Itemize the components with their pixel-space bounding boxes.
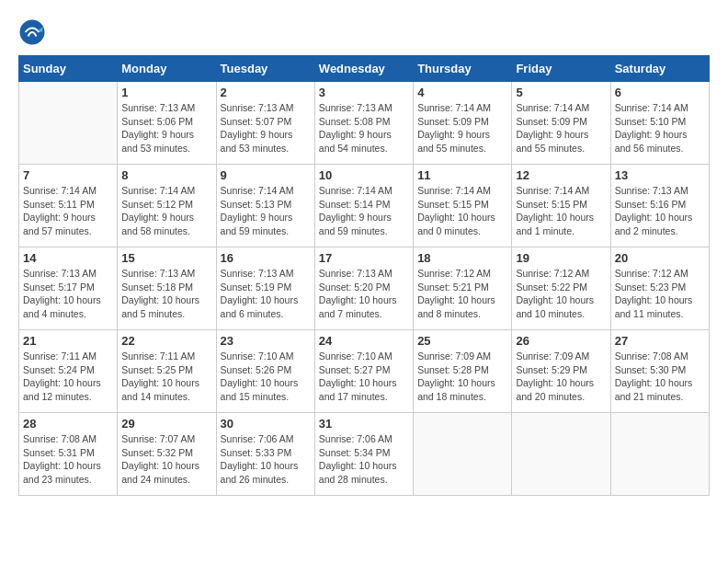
day-number: 4 — [417, 86, 507, 99]
weekday-header-saturday: Saturday — [610, 56, 709, 82]
day-number: 17 — [319, 251, 409, 265]
day-number: 11 — [417, 168, 507, 182]
day-info: Sunrise: 7:08 AM Sunset: 5:31 PM Dayligh… — [23, 432, 113, 487]
day-number: 23 — [221, 334, 311, 348]
week-row-2: 7Sunrise: 7:14 AM Sunset: 5:11 PM Daylig… — [19, 165, 710, 247]
day-info: Sunrise: 7:11 AM Sunset: 5:24 PM Dayligh… — [23, 350, 113, 404]
day-info: Sunrise: 7:13 AM Sunset: 5:18 PM Dayligh… — [121, 267, 211, 321]
weekday-header-row: SundayMondayTuesdayWednesdayThursdayFrid… — [19, 56, 710, 82]
day-info: Sunrise: 7:09 AM Sunset: 5:28 PM Dayligh… — [417, 350, 507, 404]
day-number: 26 — [516, 334, 606, 348]
day-number: 25 — [417, 334, 507, 348]
day-cell-2: 2Sunrise: 7:13 AM Sunset: 5:07 PM Daylig… — [216, 82, 314, 165]
day-cell-30: 30Sunrise: 7:06 AM Sunset: 5:33 PM Dayli… — [216, 413, 314, 496]
day-info: Sunrise: 7:13 AM Sunset: 5:07 PM Dayligh… — [221, 101, 311, 155]
day-number: 20 — [615, 251, 705, 265]
day-cell-27: 27Sunrise: 7:08 AM Sunset: 5:30 PM Dayli… — [610, 330, 709, 413]
day-number: 10 — [319, 168, 409, 182]
day-info: Sunrise: 7:14 AM Sunset: 5:15 PM Dayligh… — [417, 184, 507, 238]
day-number: 15 — [121, 251, 211, 265]
day-number: 1 — [121, 86, 211, 99]
day-cell-1: 1Sunrise: 7:13 AM Sunset: 5:06 PM Daylig… — [118, 82, 216, 165]
day-number: 21 — [23, 334, 113, 348]
day-info: Sunrise: 7:09 AM Sunset: 5:29 PM Dayligh… — [516, 350, 606, 404]
day-cell-29: 29Sunrise: 7:07 AM Sunset: 5:32 PM Dayli… — [118, 413, 216, 496]
day-cell-23: 23Sunrise: 7:10 AM Sunset: 5:26 PM Dayli… — [216, 330, 314, 413]
day-info: Sunrise: 7:14 AM Sunset: 5:11 PM Dayligh… — [23, 184, 113, 238]
calendar-table: SundayMondayTuesdayWednesdayThursdayFrid… — [18, 55, 710, 496]
day-info: Sunrise: 7:13 AM Sunset: 5:19 PM Dayligh… — [221, 267, 311, 321]
day-info: Sunrise: 7:11 AM Sunset: 5:25 PM Dayligh… — [121, 350, 211, 404]
day-info: Sunrise: 7:13 AM Sunset: 5:17 PM Dayligh… — [23, 267, 113, 321]
weekday-header-wednesday: Wednesday — [314, 56, 413, 82]
logo — [18, 18, 50, 46]
day-number: 29 — [121, 417, 211, 431]
day-cell-8: 8Sunrise: 7:14 AM Sunset: 5:12 PM Daylig… — [118, 165, 216, 247]
day-info: Sunrise: 7:13 AM Sunset: 5:16 PM Dayligh… — [615, 184, 705, 238]
day-number: 13 — [615, 168, 705, 182]
day-cell-16: 16Sunrise: 7:13 AM Sunset: 5:19 PM Dayli… — [216, 247, 314, 330]
day-info: Sunrise: 7:14 AM Sunset: 5:15 PM Dayligh… — [516, 184, 606, 238]
day-info: Sunrise: 7:13 AM Sunset: 5:06 PM Dayligh… — [121, 101, 211, 155]
day-info: Sunrise: 7:07 AM Sunset: 5:32 PM Dayligh… — [121, 432, 211, 487]
weekday-header-thursday: Thursday — [414, 56, 512, 82]
day-cell-13: 13Sunrise: 7:13 AM Sunset: 5:16 PM Dayli… — [610, 165, 709, 247]
day-number: 31 — [319, 417, 409, 431]
day-cell-28: 28Sunrise: 7:08 AM Sunset: 5:31 PM Dayli… — [19, 413, 118, 496]
weekday-header-monday: Monday — [118, 56, 216, 82]
day-info: Sunrise: 7:06 AM Sunset: 5:34 PM Dayligh… — [319, 432, 409, 487]
day-info: Sunrise: 7:14 AM Sunset: 5:13 PM Dayligh… — [221, 184, 311, 238]
day-number: 16 — [221, 251, 311, 265]
empty-cell — [414, 413, 512, 496]
week-row-5: 28Sunrise: 7:08 AM Sunset: 5:31 PM Dayli… — [19, 413, 710, 496]
day-cell-4: 4Sunrise: 7:14 AM Sunset: 5:09 PM Daylig… — [414, 82, 512, 165]
day-number: 18 — [417, 251, 507, 265]
day-number: 30 — [221, 417, 311, 431]
day-number: 22 — [121, 334, 211, 348]
day-cell-11: 11Sunrise: 7:14 AM Sunset: 5:15 PM Dayli… — [414, 165, 512, 247]
day-cell-9: 9Sunrise: 7:14 AM Sunset: 5:13 PM Daylig… — [216, 165, 314, 247]
day-number: 27 — [615, 334, 705, 348]
week-row-1: 1Sunrise: 7:13 AM Sunset: 5:06 PM Daylig… — [19, 82, 710, 165]
day-info: Sunrise: 7:14 AM Sunset: 5:09 PM Dayligh… — [417, 101, 507, 155]
day-number: 14 — [23, 251, 113, 265]
day-cell-10: 10Sunrise: 7:14 AM Sunset: 5:14 PM Dayli… — [314, 165, 413, 247]
day-info: Sunrise: 7:14 AM Sunset: 5:12 PM Dayligh… — [121, 184, 211, 238]
day-cell-7: 7Sunrise: 7:14 AM Sunset: 5:11 PM Daylig… — [19, 165, 118, 247]
day-info: Sunrise: 7:14 AM Sunset: 5:14 PM Dayligh… — [319, 184, 409, 238]
day-number: 5 — [516, 86, 606, 99]
day-cell-3: 3Sunrise: 7:13 AM Sunset: 5:08 PM Daylig… — [314, 82, 413, 165]
weekday-header-friday: Friday — [512, 56, 610, 82]
day-number: 2 — [221, 86, 311, 99]
day-info: Sunrise: 7:13 AM Sunset: 5:20 PM Dayligh… — [319, 267, 409, 321]
day-number: 28 — [23, 417, 113, 431]
day-info: Sunrise: 7:13 AM Sunset: 5:08 PM Dayligh… — [319, 101, 409, 155]
weekday-header-sunday: Sunday — [19, 56, 118, 82]
empty-cell — [19, 82, 118, 165]
header — [18, 18, 710, 46]
day-cell-19: 19Sunrise: 7:12 AM Sunset: 5:22 PM Dayli… — [512, 247, 610, 330]
day-cell-26: 26Sunrise: 7:09 AM Sunset: 5:29 PM Dayli… — [512, 330, 610, 413]
week-row-4: 21Sunrise: 7:11 AM Sunset: 5:24 PM Dayli… — [19, 330, 710, 413]
day-cell-12: 12Sunrise: 7:14 AM Sunset: 5:15 PM Dayli… — [512, 165, 610, 247]
day-cell-15: 15Sunrise: 7:13 AM Sunset: 5:18 PM Dayli… — [118, 247, 216, 330]
day-info: Sunrise: 7:10 AM Sunset: 5:26 PM Dayligh… — [221, 350, 311, 404]
day-cell-5: 5Sunrise: 7:14 AM Sunset: 5:09 PM Daylig… — [512, 82, 610, 165]
weekday-header-tuesday: Tuesday — [216, 56, 314, 82]
day-cell-6: 6Sunrise: 7:14 AM Sunset: 5:10 PM Daylig… — [610, 82, 709, 165]
day-info: Sunrise: 7:12 AM Sunset: 5:22 PM Dayligh… — [516, 267, 606, 321]
day-info: Sunrise: 7:12 AM Sunset: 5:23 PM Dayligh… — [615, 267, 705, 321]
day-cell-18: 18Sunrise: 7:12 AM Sunset: 5:21 PM Dayli… — [414, 247, 512, 330]
logo-icon — [18, 18, 46, 46]
week-row-3: 14Sunrise: 7:13 AM Sunset: 5:17 PM Dayli… — [19, 247, 710, 330]
day-cell-25: 25Sunrise: 7:09 AM Sunset: 5:28 PM Dayli… — [414, 330, 512, 413]
day-number: 8 — [121, 168, 211, 182]
day-cell-21: 21Sunrise: 7:11 AM Sunset: 5:24 PM Dayli… — [19, 330, 118, 413]
day-cell-24: 24Sunrise: 7:10 AM Sunset: 5:27 PM Dayli… — [314, 330, 413, 413]
day-number: 6 — [615, 86, 705, 99]
day-cell-22: 22Sunrise: 7:11 AM Sunset: 5:25 PM Dayli… — [118, 330, 216, 413]
day-cell-31: 31Sunrise: 7:06 AM Sunset: 5:34 PM Dayli… — [314, 413, 413, 496]
day-number: 12 — [516, 168, 606, 182]
day-info: Sunrise: 7:06 AM Sunset: 5:33 PM Dayligh… — [221, 432, 311, 487]
empty-cell — [610, 413, 709, 496]
